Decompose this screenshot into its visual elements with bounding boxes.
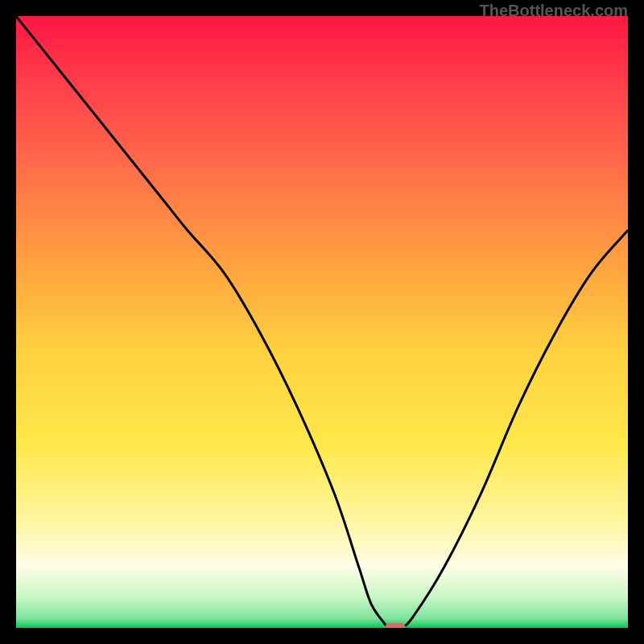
watermark-text: TheBottleneck.com (480, 2, 628, 20)
plot-area (16, 16, 628, 628)
bottleneck-curve (16, 16, 628, 628)
curve-layer (16, 16, 628, 628)
optimal-marker (385, 623, 406, 628)
